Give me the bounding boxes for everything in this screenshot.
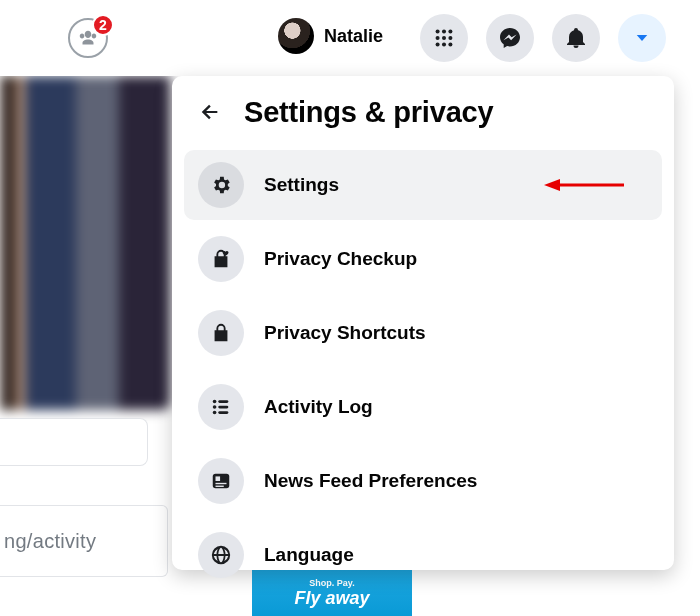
profile-name: Natalie xyxy=(324,26,383,47)
feed-icon xyxy=(198,458,244,504)
menu-item-label: News Feed Preferences xyxy=(264,470,477,492)
lock-icon xyxy=(198,310,244,356)
svg-point-4 xyxy=(442,36,446,40)
friend-requests-button[interactable]: 2 xyxy=(68,18,108,58)
lock-heart-icon xyxy=(198,236,244,282)
profile-cover-photo xyxy=(0,76,170,410)
panel-header: Settings & privacy xyxy=(182,94,664,146)
svg-marker-10 xyxy=(544,179,560,191)
bell-icon xyxy=(564,26,588,50)
svg-rect-12 xyxy=(218,400,228,403)
menu-item-privacy-shortcuts[interactable]: Privacy Shortcuts xyxy=(184,298,662,368)
background-link-fragment[interactable]: ng/activity xyxy=(0,505,168,577)
background-button[interactable] xyxy=(0,418,148,466)
friend-requests-badge: 2 xyxy=(92,14,114,36)
menu-button[interactable] xyxy=(420,14,468,62)
svg-rect-18 xyxy=(216,476,221,481)
menu-item-settings[interactable]: Settings xyxy=(184,150,662,220)
settings-privacy-panel: Settings & privacy Settings Privacy Chec… xyxy=(172,76,674,570)
ad-line2: Fly away xyxy=(294,588,369,609)
globe-icon xyxy=(198,532,244,578)
svg-point-5 xyxy=(448,36,452,40)
avatar xyxy=(278,18,314,54)
top-header: 2 Natalie xyxy=(0,0,700,76)
svg-point-13 xyxy=(213,405,217,409)
account-menu-button[interactable] xyxy=(618,14,666,62)
svg-point-11 xyxy=(213,400,217,404)
menu-item-label: Language xyxy=(264,544,354,566)
panel-title: Settings & privacy xyxy=(244,96,493,129)
svg-point-7 xyxy=(442,42,446,46)
menu-item-label: Privacy Checkup xyxy=(264,248,417,270)
svg-point-2 xyxy=(448,30,452,34)
svg-point-6 xyxy=(436,42,440,46)
messenger-icon xyxy=(498,26,522,50)
svg-rect-14 xyxy=(218,406,228,409)
svg-rect-20 xyxy=(216,486,224,487)
profile-chip[interactable]: Natalie xyxy=(278,18,383,54)
annotation-arrow xyxy=(544,175,624,195)
list-icon xyxy=(198,384,244,430)
svg-point-15 xyxy=(213,411,217,415)
menu-item-activity-log[interactable]: Activity Log xyxy=(184,372,662,442)
notifications-button[interactable] xyxy=(552,14,600,62)
svg-point-8 xyxy=(448,42,452,46)
messenger-button[interactable] xyxy=(486,14,534,62)
svg-point-3 xyxy=(436,36,440,40)
background-link-text: ng/activity xyxy=(4,530,96,553)
svg-point-0 xyxy=(436,30,440,34)
menu-item-language[interactable]: Language xyxy=(184,520,662,590)
svg-rect-16 xyxy=(218,411,228,414)
menu-item-news-feed-preferences[interactable]: News Feed Preferences xyxy=(184,446,662,516)
arrow-left-icon xyxy=(199,101,221,123)
svg-rect-19 xyxy=(216,483,227,484)
svg-point-1 xyxy=(442,30,446,34)
menu-item-label: Privacy Shortcuts xyxy=(264,322,426,344)
grid-icon xyxy=(433,27,455,49)
menu-item-privacy-checkup[interactable]: Privacy Checkup xyxy=(184,224,662,294)
gear-icon xyxy=(198,162,244,208)
caret-down-icon xyxy=(633,29,651,47)
menu-item-label: Activity Log xyxy=(264,396,373,418)
menu-item-label: Settings xyxy=(264,174,339,196)
back-button[interactable] xyxy=(192,94,228,130)
